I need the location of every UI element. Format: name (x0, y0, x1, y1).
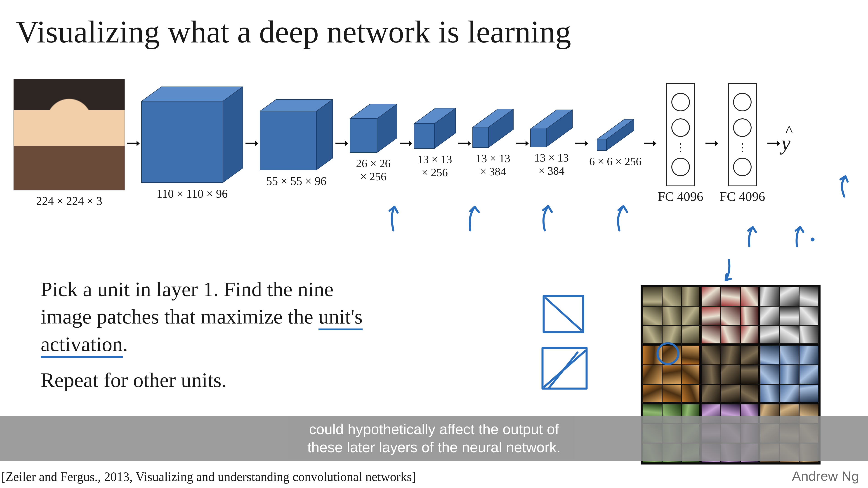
patch-cell (721, 306, 741, 326)
face-photo (13, 79, 125, 190)
patch-cell (721, 287, 741, 306)
patch-cell (662, 384, 682, 404)
block-dim: 13 × 13 × 384 (534, 151, 569, 177)
conv-block-5: 13 × 13 × 384 (472, 109, 514, 178)
period: . (123, 332, 128, 356)
patch-cell (799, 384, 819, 404)
patch-cell (643, 384, 662, 404)
patch-cell (760, 326, 780, 345)
conv-block-1: 110 × 110 × 96 (141, 86, 243, 201)
instruction-line-2: Repeat for other units. (41, 368, 227, 392)
patch-cell (760, 306, 780, 326)
conv-block-2: 55 × 55 × 96 (259, 99, 333, 188)
underlined-activation: activation (41, 332, 123, 358)
instruction-line-1b: image patches that maximize the (41, 305, 318, 328)
arrow-right-icon (515, 137, 529, 150)
cuboid-icon (259, 99, 333, 170)
instruction-line-1a: Pick a unit in layer 1. Find the nine (41, 278, 333, 301)
patch-cell (701, 306, 721, 326)
fc-label: FC 4096 (658, 189, 703, 204)
conv-block-6: 13 × 13 × 384 (530, 109, 573, 177)
patch-cell (780, 287, 799, 306)
subtitle-bar: could hypothetically affect the output o… (0, 416, 868, 461)
output-yhat: y (781, 132, 790, 155)
patch-cell (662, 345, 682, 365)
cuboid-icon (349, 104, 397, 153)
svg-marker-13 (585, 141, 588, 146)
svg-marker-5 (345, 141, 348, 146)
patch-cell (662, 326, 682, 345)
patch-cell (721, 365, 741, 385)
fc-node (733, 158, 752, 176)
patch-cell (760, 287, 780, 306)
fc-node (671, 93, 690, 111)
svg-marker-19 (777, 141, 780, 146)
arrow-right-icon (457, 137, 471, 150)
patch-cell (662, 306, 682, 326)
patch-cell (740, 365, 760, 385)
input-image: 224 × 224 × 3 (13, 79, 125, 208)
fc-layer-1: ⋮ FC 4096 (658, 83, 703, 204)
fc-box: ⋮ (728, 83, 757, 186)
underlined-unit: unit's (318, 305, 363, 330)
patch-cell (682, 365, 701, 385)
fc-layer-2: ⋮ FC 4096 (719, 83, 765, 204)
patch-cell (701, 345, 721, 365)
patch-cell (701, 326, 721, 345)
patch-cell (643, 365, 662, 385)
arrow-right-icon (705, 137, 718, 150)
patch-cell (780, 345, 799, 365)
patch-cell (682, 326, 701, 345)
fc-label: FC 4096 (719, 189, 765, 204)
input-dim: 224 × 224 × 3 (36, 194, 102, 208)
cuboid-icon (141, 86, 243, 183)
patch-cell (740, 384, 760, 404)
citation: [Zeiler and Fergus., 2013, Visualizing a… (1, 469, 416, 484)
svg-marker-7 (409, 141, 412, 146)
patch-cell (682, 345, 701, 365)
patch-cell (780, 326, 799, 345)
patch-cell (780, 306, 799, 326)
vdots-icon: ⋮ (737, 144, 748, 151)
patch-cell (799, 345, 819, 365)
arrow-right-icon (399, 137, 412, 150)
conv-block-4: 13 × 13 × 256 (414, 108, 456, 179)
cuboid-icon (414, 108, 456, 149)
svg-marker-11 (526, 141, 529, 146)
patch-cell (682, 287, 701, 306)
patch-cell (760, 384, 780, 404)
patch-cell (740, 345, 760, 365)
patch-cell (701, 365, 721, 385)
cuboid-icon (472, 109, 514, 148)
block-dim: 55 × 55 × 96 (266, 174, 327, 188)
patch-cell (780, 384, 799, 404)
arrow-right-icon (335, 137, 348, 150)
block-dim: 13 × 13 × 384 (475, 152, 510, 178)
conv-block-7: 6 × 6 × 256 (589, 119, 642, 168)
patch-cell (682, 306, 701, 326)
arrow-right-icon (767, 137, 780, 150)
patch-cell (799, 326, 819, 345)
fc-node (671, 119, 690, 137)
patch-cell (662, 365, 682, 385)
arrow-right-icon (575, 137, 588, 150)
patch-cell (721, 384, 741, 404)
vdots-icon: ⋮ (675, 144, 686, 151)
patch-cell (740, 287, 760, 306)
patch-cell (643, 345, 662, 365)
subtitle-text: could hypothetically affect the output o… (307, 420, 561, 456)
block-dim: 26 × 26 × 256 (356, 157, 391, 183)
patch-cell (701, 384, 721, 404)
conv-block-3: 26 × 26 × 256 (349, 104, 397, 183)
svg-marker-15 (653, 141, 656, 146)
patch-cell (721, 326, 741, 345)
patch-cell (682, 384, 701, 404)
network-pipeline: 224 × 224 × 3 110 × 110 × 96 55 × 55 × 9… (13, 79, 859, 208)
arrow-right-icon (245, 137, 258, 150)
patch-cell (643, 306, 662, 326)
patch-cell (780, 365, 799, 385)
cuboid-icon (596, 119, 634, 151)
patch-cell (740, 306, 760, 326)
svg-marker-1 (136, 141, 140, 146)
patch-cell (740, 326, 760, 345)
